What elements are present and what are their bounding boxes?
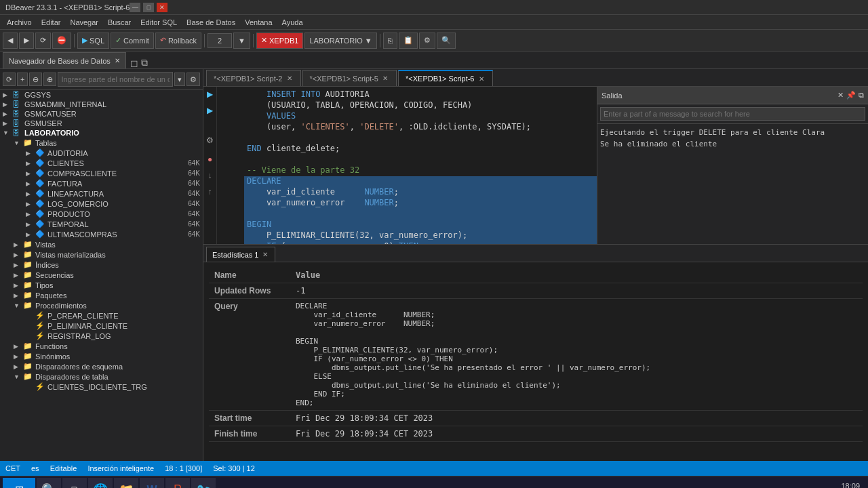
sidebar-expand-button[interactable]: ⊕ [43, 73, 56, 86]
sidebar-tab-close[interactable]: ✕ [115, 57, 120, 64]
output-close-button[interactable]: ✕ [837, 91, 844, 100]
tree-item-lineafactura[interactable]: ▶ 🔷 LINEAFACTURA 64K [0, 188, 203, 199]
tree-item-vistas[interactable]: ▶ 📁 Vistas [0, 239, 203, 249]
menu-archivo[interactable]: Archivo [3, 17, 36, 28]
tab-script-6-close[interactable]: ✕ [477, 75, 486, 83]
tree-item-comprascliente[interactable]: ▶ 🔷 COMPRASCLIENTE 64K [0, 168, 203, 178]
sidebar-search-input[interactable] [58, 72, 173, 87]
tree-item-gsmcat[interactable]: ▶ 🗄 GSMCATUSER [0, 109, 203, 119]
tree-item-laboratorio[interactable]: ▼ 🗄 LABORATORIO [0, 128, 203, 138]
sidebar-settings-button[interactable]: ⚙ [186, 73, 200, 86]
refresh-button[interactable]: ⟳ [35, 33, 51, 49]
stop-button[interactable]: ⛔ [52, 33, 71, 49]
tree-item-trigger[interactable]: ▶ ⚡ CLIENTES_IDCLIENTE_TRG [0, 382, 203, 392]
tree-item-registrar-log[interactable]: ▶ ⚡ REGISTRAR_LOG [0, 331, 203, 341]
tree-item-auditoria[interactable]: ▶ 🔷 AUDITORIA [0, 148, 203, 158]
folder-button[interactable]: 📁 [114, 478, 138, 489]
tree-item-ultimascompras[interactable]: ▶ 🔷 ULTIMASCOMPRAS 64K [0, 229, 203, 239]
output-panel-header: Salida ✕ 📌 ⧉ [597, 87, 868, 104]
menu-navegar[interactable]: Navegar [66, 17, 102, 28]
run-icon[interactable]: ▶ [205, 89, 216, 100]
settings-gutter-icon[interactable]: ⚙ [205, 136, 216, 146]
tree-item-tipos[interactable]: ▶ 📁 Tipos [0, 280, 203, 290]
menu-editor-sql[interactable]: Editor SQL [136, 17, 181, 28]
db-select[interactable]: ✕ XEPDB1 [256, 33, 303, 49]
paste-button[interactable]: 📋 [399, 33, 418, 49]
sql-button[interactable]: ▶ SQL [77, 33, 109, 49]
tree-item-secuencias[interactable]: ▶ 📁 Secuencias [0, 270, 203, 280]
config-button[interactable]: ⚙ [419, 33, 435, 49]
nav-forward-button[interactable]: ▶ [19, 33, 34, 49]
sidebar-new-button[interactable]: + [17, 73, 28, 86]
limit-dropdown[interactable]: ▼ [233, 33, 250, 49]
maximize-button[interactable]: □ [143, 3, 154, 12]
menu-ventana[interactable]: Ventana [241, 17, 276, 28]
tree-item-sinonimos[interactable]: ▶ 📁 Sinónimos [0, 351, 203, 361]
menu-editar[interactable]: Editar [37, 17, 65, 28]
sidebar-refresh-button[interactable]: ⟳ [3, 73, 16, 86]
start-button[interactable]: ⊞ [3, 478, 35, 489]
tree-item-log-comercio[interactable]: ▶ 🔷 LOG_COMERCIO 64K [0, 199, 203, 209]
tree-item-tablas[interactable]: ▼ 📁 Tablas [0, 138, 203, 148]
dbeaver-button[interactable]: 🐦 [191, 478, 216, 489]
minimize-button[interactable]: — [130, 3, 140, 12]
tab-script-5-close[interactable]: ✕ [381, 75, 389, 82]
tree-item-clientes[interactable]: ▶ 🔷 CLIENTES 64K [0, 158, 203, 168]
limit-input[interactable] [208, 33, 232, 48]
tab-script-5[interactable]: *<XEPDB1> Script-5 ✕ [302, 70, 397, 86]
nav-back-button[interactable]: ◀ [3, 33, 18, 49]
tree-item-indices[interactable]: ▶ 📁 Índices [0, 260, 203, 270]
edge-button[interactable]: 🌐 [88, 478, 113, 489]
tree-item-procedimientos[interactable]: ▼ 📁 Procedimientos [0, 300, 203, 310]
output-pin-button[interactable]: 📌 [846, 91, 856, 100]
tree-item-p-crear-cliente[interactable]: ▶ ⚡ P_CREAR_CLIENTE [0, 310, 203, 321]
step-icon[interactable]: ↓ [205, 171, 216, 182]
tree-item-temporal[interactable]: ▶ 🔷 TEMPORAL 64K [0, 219, 203, 229]
tree-item-producto[interactable]: ▶ 🔷 PRODUCTO 64K [0, 209, 203, 219]
taskview-button[interactable]: ⧉ [62, 478, 87, 489]
menu-buscar[interactable]: Buscar [104, 17, 135, 28]
output-expand-button[interactable]: ⧉ [859, 91, 864, 100]
sidebar-filter-button[interactable]: ▾ [174, 73, 185, 86]
sidebar-collapse-button[interactable]: ⊖ [29, 73, 42, 86]
tree-item-p-eliminar-cliente[interactable]: ▶ ⚡ P_ELIMINAR_CLIENTE [0, 321, 203, 331]
close-button[interactable]: ✕ [157, 3, 167, 12]
tab-script-6[interactable]: *<XEPDB1> Script-6 ✕ [398, 70, 493, 86]
code-line: IF (var_numero_error <> 0) THEN [217, 241, 597, 244]
stats-tab-label: Estadísticas 1 [212, 251, 258, 259]
stats-tab[interactable]: Estadísticas 1 ✕ [206, 247, 275, 262]
tab-script-2[interactable]: *<XEPDB1> Script-2 ✕ [206, 70, 301, 86]
rollback-button[interactable]: ↶ Rollback [155, 33, 201, 49]
tab-script-2-close[interactable]: ✕ [285, 75, 294, 82]
tree-item-paquetes[interactable]: ▶ 📁 Paquetes [0, 290, 203, 300]
tree-item-vistas-mat[interactable]: ▶ 📁 Vistas materializadas [0, 249, 203, 260]
tree-item-factura[interactable]: ▶ 🔷 FACTURA 64K [0, 178, 203, 188]
word-button[interactable]: W [140, 478, 164, 489]
tree-item-disp-tabla[interactable]: ▼ 📁 Disparadores de tabla [0, 371, 203, 382]
menu-base-datos[interactable]: Base de Datos [182, 17, 239, 28]
tree-item-disp-esquema[interactable]: ▶ 📁 Disparadores de esquema [0, 361, 203, 371]
schema-select[interactable]: LABORATORIO ▼ [304, 33, 376, 49]
search-taskbar-button[interactable]: 🔍 [37, 478, 61, 489]
commit-button[interactable]: ✓ Commit [111, 33, 154, 49]
stats-empty [846, 268, 863, 283]
tree-item-ggsys[interactable]: ▶ 🗄 GGSYS [0, 90, 203, 100]
code-editor[interactable]: INSERT INTO AUDITORIA (USUARIO, TABLA, O… [217, 87, 597, 244]
tree-item-gsmuser[interactable]: ▶ 🗄 GSMUSER [0, 119, 203, 128]
step-out-icon[interactable]: ↑ [205, 187, 216, 198]
code-line: (USUARIO, TABLA, OPERACION, CODIGO, FECH… [217, 100, 597, 111]
output-search-input[interactable] [600, 107, 865, 121]
tree-item-functions[interactable]: ▶ 📁 Functions [0, 341, 203, 351]
stats-tab-close[interactable]: ✕ [261, 251, 269, 258]
sidebar-panel-max[interactable]: ⧉ [141, 57, 148, 68]
search-button[interactable]: 🔍 [437, 33, 456, 49]
copy-button[interactable]: ⎘ [383, 33, 397, 49]
powerpoint-button[interactable]: P [165, 478, 190, 489]
language-label: es [31, 464, 39, 472]
tree-item-gsmadmin[interactable]: ▶ 🗄 GSMADMIN_INTERNAL [0, 100, 203, 109]
code-line: var_id_cliente NUMBER; [217, 187, 597, 198]
sidebar-panel-min[interactable]: ◻ [130, 58, 138, 68]
run-icon-2[interactable]: ▶ [205, 106, 216, 117]
sidebar-tab[interactable]: Navegador de Bases de Datos ✕ [3, 52, 126, 68]
menu-ayuda[interactable]: Ayuda [278, 17, 307, 28]
